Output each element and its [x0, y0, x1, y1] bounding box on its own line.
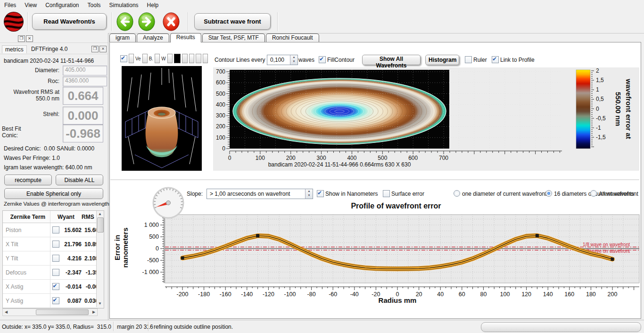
tab-results[interactable]: Results [170, 33, 201, 42]
show-in-nanometers-checkbox[interactable] [317, 190, 324, 197]
svg-text:0: 0 [156, 245, 159, 252]
svg-text:500: 500 [149, 233, 159, 240]
toolbar-separator [27, 12, 28, 31]
scroll-thumb[interactable] [97, 217, 104, 233]
background-color-swatch[interactable] [174, 54, 181, 63]
scroll-down-icon[interactable]: ▼ [97, 301, 103, 307]
surface-3d-view[interactable] [122, 66, 202, 171]
status-separator [113, 322, 114, 331]
recompute-button[interactable]: recompute [4, 175, 52, 185]
status-separator [148, 322, 149, 331]
roc-field[interactable]: 4360.000 [63, 76, 107, 86]
ruler-checkbox[interactable] [465, 56, 472, 63]
show-in-nanometers-label: Show in Nanometers [325, 191, 378, 197]
back-arrow-button[interactable] [116, 12, 134, 32]
dock-float-icon[interactable]: ❐ [18, 35, 25, 42]
forward-arrow-button[interactable] [138, 12, 156, 32]
histogram-button[interactable]: Histogram [425, 55, 459, 65]
disable-all-button[interactable]: Disable ALL [56, 175, 103, 185]
menu-simulations[interactable]: Simulations [105, 0, 143, 10]
radio-16-diameters-of-current-wavefront[interactable] [545, 190, 552, 197]
zernike-row-y-astig: Y Astig0.0870.036 [3, 294, 104, 308]
svg-text:1 000: 1 000 [144, 222, 159, 228]
zernike-enable-checkbox[interactable] [52, 241, 59, 248]
contour-caption: bandicam 2020-02-24 11-51-44-966 0.664rm… [268, 161, 411, 168]
scroll-right-icon[interactable]: ▶ [91, 309, 96, 315]
link-to-profile-checkbox[interactable] [492, 56, 499, 63]
svg-text:100: 100 [256, 155, 265, 161]
scroll-left-icon[interactable]: ◀ [4, 309, 8, 315]
col-wyant[interactable]: Wyant [50, 214, 82, 220]
fill-contour-checkbox[interactable] [319, 56, 326, 63]
diameter-label: Diameter: [0, 67, 59, 74]
menu-tools[interactable]: Tools [83, 0, 105, 10]
slope-spinbox[interactable]: > 1,00 arcseconds on wavefront ▲▼ [206, 189, 313, 199]
surface-error-checkbox[interactable] [383, 190, 390, 197]
splitter-handle[interactable] [110, 179, 639, 180]
enable-spherical-button[interactable]: Enable Spherical only [4, 188, 103, 199]
zernike-enable-checkbox[interactable] [52, 297, 59, 304]
tab-analyze[interactable]: Analyze [137, 33, 169, 42]
tab-igram[interactable]: igram [109, 33, 136, 42]
dock-header: metrics DFTFringe 4.0 ❐ × [0, 44, 108, 54]
mini-spinbox[interactable] [142, 54, 148, 63]
dock-title: DFTFringe 4.0 [31, 46, 67, 52]
zernike-vertical-scrollbar[interactable]: ▲ ▼ [96, 211, 104, 307]
ruler-label: Ruler [473, 57, 487, 63]
show-all-wavefronts-button[interactable]: Show All Wavefronts [362, 55, 421, 65]
zernike-enable-checkbox[interactable] [52, 226, 59, 233]
mini-spinbox[interactable] [189, 54, 194, 63]
zernike-enable-checkbox[interactable] [52, 283, 59, 290]
menu-configuration[interactable]: Configuration [41, 0, 83, 10]
read-wavefronts-button[interactable]: Read Wavefront/s [32, 13, 107, 30]
menu-view[interactable]: View [20, 0, 41, 10]
mini-spinbox[interactable] [129, 54, 134, 63]
svg-text:60: 60 [459, 291, 465, 298]
igram-wavelength-line: Igram laser wavelength: 640.00 nm [4, 164, 92, 171]
diameter-field[interactable]: 405.000 [63, 66, 107, 75]
dock-close-icon[interactable]: × [26, 35, 33, 42]
menu-files[interactable]: Files [0, 0, 20, 10]
tab-star-test-psf-mtf[interactable]: Star Test, PSF, MTF [202, 33, 265, 42]
desired-conic-line: Desired Conic: 0.00 SANull: 0.0000 [4, 145, 94, 152]
profile-plot[interactable]: 1/8 wave on wavefront1/8 wave on wavefro… [165, 215, 639, 283]
contour-chart[interactable]: 0100200300400500600700010020030040050060… [213, 67, 639, 171]
spin-arrows-icon[interactable]: ▲▼ [290, 55, 297, 65]
svg-text:-0,5: -0,5 [596, 115, 606, 122]
fringe-pattern-icon[interactable] [3, 11, 24, 32]
surface-3d-checkbox[interactable] [120, 55, 127, 62]
zernike-wyant-value: 0.087 [61, 298, 82, 304]
tab-ronchi-foucault[interactable]: Ronchi Foucault [266, 33, 319, 42]
zernike-enable-checkbox[interactable] [52, 255, 59, 262]
mini-spinbox[interactable] [167, 54, 173, 63]
dock-close-icon[interactable]: × [99, 46, 107, 52]
contour-plot[interactable] [230, 70, 449, 149]
scroll-thumb[interactable] [36, 309, 89, 315]
radio-all-wavefronts[interactable] [590, 190, 597, 197]
dock-float-icon[interactable]: ❐ [91, 46, 99, 52]
svg-text:-60: -60 [329, 291, 337, 298]
menu-help[interactable]: Help [143, 0, 163, 10]
zernike-table-header[interactable]: Zernike Term Wyant RMS [3, 211, 104, 223]
svg-text:300: 300 [216, 112, 225, 119]
mini-tool-button[interactable] [196, 54, 201, 63]
scroll-up-icon[interactable]: ▲ [97, 211, 103, 217]
delete-wavefront-button[interactable] [162, 12, 180, 32]
mini-spinbox[interactable] [203, 54, 208, 63]
data-point-marker [256, 234, 259, 237]
status-outside-coords: Outside: x= 335.0 y= 335.0, Radius= 315.… [2, 324, 111, 330]
link-to-profile-label: Link to Profile [500, 57, 535, 63]
zernike-horizontal-scrollbar[interactable]: ◀ ▶ [2, 308, 98, 316]
mini-tool-button[interactable] [182, 54, 188, 63]
col-zernike-term[interactable]: Zernike Term [3, 211, 50, 223]
profile-chart[interactable]: 1/8 wave on wavefront1/8 wave on wavefro… [137, 212, 644, 307]
contour-interval-spinbox[interactable]: 0,100 ▲▼ [267, 55, 298, 65]
zernike-enable-checkbox[interactable] [52, 269, 59, 276]
strehl-value: 0.000 [63, 107, 103, 125]
subtract-wavefront-button[interactable]: Subtract wave front [194, 13, 271, 30]
radio-one-diameter-of-current-wavefront[interactable] [454, 190, 460, 197]
mini-spinbox[interactable] [155, 54, 160, 63]
spin-arrows-icon[interactable]: ▲▼ [305, 189, 313, 199]
zernike-row-x-tilt: X Tilt21.79610.89 [3, 237, 104, 251]
metrics-tab[interactable]: metrics [2, 45, 27, 53]
